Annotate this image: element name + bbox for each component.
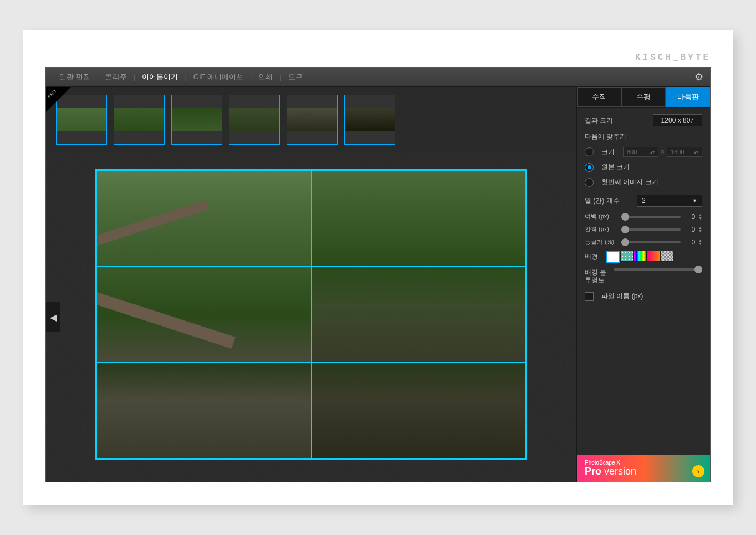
grid-cell-6[interactable] xyxy=(311,363,527,458)
thumbnail-4[interactable] xyxy=(229,95,280,145)
roundness-label: 둥글기 (%) xyxy=(585,238,618,246)
collapse-left-icon[interactable]: ◀ xyxy=(46,302,60,332)
radio-original-size[interactable] xyxy=(585,163,594,172)
grid-cell-2[interactable] xyxy=(311,170,527,266)
swatch-rainbow[interactable] xyxy=(634,251,647,262)
filename-label: 파일 이름 (px) xyxy=(601,292,643,301)
swatch-gradient[interactable] xyxy=(647,251,660,262)
ad-arrow-icon: › xyxy=(692,465,704,477)
grid-cell-5[interactable] xyxy=(96,363,311,458)
filename-checkbox[interactable] xyxy=(585,292,594,301)
orient-tab-horizontal[interactable]: 수평 xyxy=(621,87,666,107)
roundness-slider[interactable] xyxy=(621,241,681,243)
thumbnail-strip xyxy=(46,87,576,152)
right-panel: 수직 수평 바둑판 결과 크기 1200 x 807 다음에 맞추기 크기 80… xyxy=(576,87,710,482)
gap-label: 간격 (px) xyxy=(585,225,618,233)
radio-first-image-size[interactable] xyxy=(585,178,594,187)
fit-to-label: 다음에 맞추기 xyxy=(585,132,626,141)
thumbnail-3[interactable] xyxy=(171,95,222,145)
preview-grid xyxy=(95,169,527,460)
chevron-down-icon: ▼ xyxy=(692,198,697,203)
gap-slider[interactable] xyxy=(621,228,681,231)
opacity-slider[interactable] xyxy=(614,268,702,271)
columns-select[interactable]: 2▼ xyxy=(637,195,702,207)
orient-tab-grid[interactable]: 바둑판 xyxy=(666,87,710,107)
grid-cell-1[interactable] xyxy=(96,170,311,266)
thumbnail-6[interactable] xyxy=(344,95,395,145)
result-size-value: 1200 x 807 xyxy=(653,114,702,126)
background-label: 배경 xyxy=(585,252,598,262)
tab-combine[interactable]: 이어붙이기 xyxy=(135,72,185,82)
swatch-pattern[interactable] xyxy=(620,251,634,262)
tab-gif-animation[interactable]: GIF 애니메이션 xyxy=(187,72,250,82)
app-window: 일괄 편집| 콜라주| 이어붙이기| GIF 애니메이션| 인쇄| 도구 ⚙ P… xyxy=(45,67,711,482)
ad-big-text: Pro version xyxy=(585,466,636,477)
roundness-spinner[interactable]: ▲▼ xyxy=(698,239,702,246)
margin-label: 여백 (px) xyxy=(585,212,618,221)
tab-tools[interactable]: 도구 xyxy=(282,72,309,82)
orient-tab-vertical[interactable]: 수직 xyxy=(577,87,621,107)
background-swatches xyxy=(606,251,673,263)
roundness-value: 0 xyxy=(684,238,695,246)
tab-collage[interactable]: 콜라주 xyxy=(99,72,134,82)
margin-spinner[interactable]: ▲▼ xyxy=(698,213,702,220)
gear-icon[interactable]: ⚙ xyxy=(694,71,703,83)
radio-original-size-label: 원본 크기 xyxy=(601,162,630,172)
grid-cell-4[interactable] xyxy=(311,266,527,362)
ad-small-text: PhotoScape X xyxy=(585,460,636,466)
pro-ribbon xyxy=(46,87,71,112)
grid-cell-3[interactable] xyxy=(96,266,311,362)
result-size-label: 결과 크기 xyxy=(585,116,613,125)
radio-first-image-size-label: 첫번째 이미지 크기 xyxy=(601,177,658,187)
swatch-transparent[interactable] xyxy=(660,251,673,262)
pro-version-ad[interactable]: PhotoScape X Pro version › xyxy=(577,455,710,482)
thumbnail-5[interactable] xyxy=(287,95,338,145)
gap-value: 0 xyxy=(684,226,695,233)
margin-value: 0 xyxy=(684,213,695,221)
left-pane: PRO ◀ xyxy=(46,87,576,482)
margin-slider[interactable] xyxy=(621,216,681,218)
tab-batch-edit[interactable]: 일괄 편집 xyxy=(53,72,97,82)
radio-size[interactable] xyxy=(585,147,594,156)
gap-spinner[interactable]: ▲▼ xyxy=(698,226,702,233)
thumbnail-2[interactable] xyxy=(114,95,165,145)
size-width-input[interactable]: 800▴▾ xyxy=(623,147,658,157)
size-height-input[interactable]: 1600▴▾ xyxy=(667,147,702,157)
canvas-area: ◀ xyxy=(46,152,576,482)
top-tab-bar: 일괄 편집| 콜라주| 이어붙이기| GIF 애니메이션| 인쇄| 도구 ⚙ xyxy=(46,68,710,87)
watermark: KISCH_BYTE xyxy=(45,53,711,63)
columns-label: 열 (칸) 개수 xyxy=(585,196,620,206)
tab-print[interactable]: 인쇄 xyxy=(252,72,279,82)
radio-size-label: 크기 xyxy=(601,147,615,157)
opacity-label: 배경 불투명도 xyxy=(585,268,609,284)
swatch-white[interactable] xyxy=(606,251,620,263)
